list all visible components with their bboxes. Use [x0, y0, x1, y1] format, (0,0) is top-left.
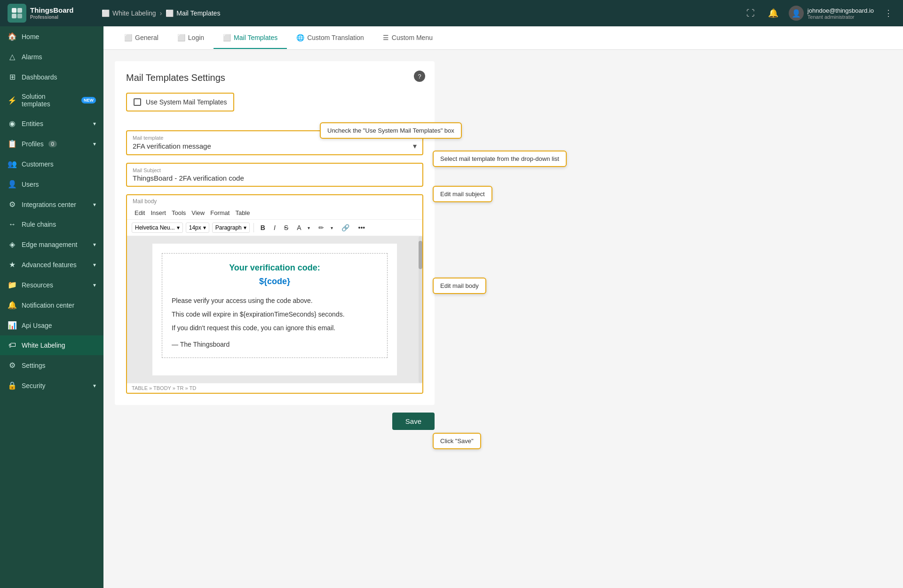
avatar: 👤 [789, 6, 804, 21]
mail-subject-field[interactable]: Mail Subject [126, 163, 423, 187]
notification-center-icon: 🔔 [8, 301, 17, 310]
font-size-select[interactable]: 14px ▾ [186, 222, 209, 233]
settings-icon: ⚙ [8, 361, 17, 370]
italic-button[interactable]: I [271, 222, 278, 233]
integrations-chevron-icon: ▾ [93, 201, 96, 208]
sidebar-item-api-usage[interactable]: 📊 Api Usage [0, 315, 103, 335]
text-color-button[interactable]: A [294, 222, 304, 233]
text-color-group: A ▾ [294, 222, 313, 233]
more-toolbar-button[interactable]: ••• [355, 222, 368, 233]
dashboards-icon: ⊞ [8, 72, 17, 81]
sidebar-item-notification-center[interactable]: 🔔 Notification center [0, 295, 103, 315]
callout-line-4 [443, 285, 457, 286]
alarms-icon: △ [8, 52, 17, 61]
sidebar-item-white-labeling[interactable]: 🏷 White Labeling [0, 335, 103, 355]
sidebar-item-dashboards[interactable]: ⊞ Dashboards [0, 67, 103, 87]
editor-body[interactable]: Your verification code: ${code} Please v… [127, 236, 422, 383]
sidebar-item-resources[interactable]: 📁 Resources ▾ [0, 275, 103, 295]
tab-custom-menu[interactable]: ☰ Custom Menu [373, 27, 442, 49]
paragraph-select[interactable]: Paragraph ▾ [212, 222, 250, 233]
callout-3: Edit mail subject [433, 186, 492, 202]
menu-tab-icon: ☰ [383, 34, 389, 41]
svg-rect-3 [17, 14, 22, 18]
edge-management-icon: ◈ [8, 240, 17, 249]
use-system-mail-templates-checkbox[interactable]: Use System Mail Templates [126, 93, 234, 111]
new-badge: NEW [81, 97, 96, 103]
user-menu[interactable]: 👤 johndoe@thingsboard.io Tenant administ… [789, 6, 874, 21]
settings-card: Mail Templates Settings ? Use System Mai… [115, 61, 435, 405]
entities-icon: ◉ [8, 119, 17, 128]
menu-format[interactable]: Format [208, 208, 231, 217]
email-preview: Your verification code: ${code} Please v… [152, 244, 397, 375]
sidebar-item-users[interactable]: 👤 Users [0, 174, 103, 194]
menu-tools[interactable]: Tools [170, 208, 188, 217]
save-button[interactable]: Save [392, 413, 435, 430]
sidebar-item-solution-templates[interactable]: ⚡ Solution templates NEW [0, 87, 103, 113]
sidebar-item-security[interactable]: 🔒 Security ▾ [0, 375, 103, 396]
email-line2: This code will expire in ${expirationTim… [172, 310, 378, 319]
mail-template-dropdown-arrow: ▾ [413, 142, 417, 151]
menu-table[interactable]: Table [233, 208, 252, 217]
editor-statusbar: TABLE » TBODY » TR » TD [127, 383, 422, 393]
sidebar-item-entities[interactable]: ◉ Entities ▾ [0, 113, 103, 134]
advanced-features-chevron-icon: ▾ [93, 262, 96, 268]
sidebar-item-home[interactable]: 🏠 Home [0, 26, 103, 47]
menu-insert[interactable]: Insert [149, 208, 168, 217]
tab-custom-translation[interactable]: 🌐 Custom Translation [287, 27, 373, 49]
profiles-count-badge: 0 [48, 141, 57, 147]
sidebar-item-rule-chains[interactable]: ↔ Rule chains [0, 215, 103, 234]
highlight-dropdown[interactable]: ▾ [328, 224, 336, 232]
breadcrumb-separator: › [160, 9, 162, 17]
sidebar-item-alarms[interactable]: △ Alarms [0, 47, 103, 67]
notifications-button[interactable]: 🔔 [765, 5, 781, 21]
menu-view[interactable]: View [190, 208, 206, 217]
sidebar-item-advanced-features[interactable]: ★ Advanced features ▾ [0, 254, 103, 275]
mail-template-field[interactable]: Mail template 2FA verification message ▾ [126, 130, 423, 155]
sidebar-item-customers[interactable]: 👥 Customers [0, 154, 103, 174]
sidebar-item-edge-management[interactable]: ◈ Edge management ▾ [0, 234, 103, 254]
topbar: ThingsBoard Professional ⬜ White Labelin… [0, 0, 903, 26]
mail-subject-input[interactable] [133, 174, 417, 182]
security-chevron-icon: ▾ [93, 382, 96, 389]
sidebar-item-profiles[interactable]: 📋 Profiles 0 ▾ [0, 134, 103, 154]
mail-body-editor: Mail body Edit Insert Tools View Format … [126, 194, 423, 394]
strikethrough-button[interactable]: S [281, 222, 291, 233]
sidebar-item-settings[interactable]: ⚙ Settings [0, 355, 103, 375]
breadcrumb-white-labeling[interactable]: ⬜ White Labeling [102, 9, 156, 17]
integrations-icon: ⚙ [8, 200, 17, 209]
breadcrumb-mail-templates[interactable]: ⬜ Mail Templates [166, 9, 220, 17]
logo: ThingsBoard Professional [8, 4, 102, 23]
entities-chevron-icon: ▾ [93, 120, 96, 127]
breadcrumb: ⬜ White Labeling › ⬜ Mail Templates [102, 9, 744, 17]
tab-login[interactable]: ⬜ Login [168, 27, 214, 49]
more-options-button[interactable]: ⋮ [881, 5, 895, 21]
svg-rect-0 [12, 8, 16, 13]
editor-scrollbar-thumb[interactable] [419, 241, 422, 269]
link-button[interactable]: 🔗 [339, 222, 352, 233]
help-icon[interactable]: ? [414, 71, 425, 82]
tab-mail-templates[interactable]: ⬜ Mail Templates [214, 27, 287, 49]
bold-button[interactable]: B [258, 222, 268, 233]
mail-body-label: Mail body [127, 195, 422, 207]
callout-3-group: 3 Edit mail subject [433, 189, 457, 199]
checkbox-box [134, 98, 141, 106]
resources-chevron-icon: ▾ [93, 282, 96, 288]
email-inner-border: Your verification code: ${code} Please v… [162, 253, 388, 358]
resources-icon: 📁 [8, 280, 17, 289]
main-content: ⬜ General ⬜ Login ⬜ Mail Templates 🌐 Cus… [103, 26, 903, 588]
mail-templates-tab-icon: ⬜ [223, 34, 231, 41]
logo-icon [8, 4, 26, 23]
home-icon: 🏠 [8, 32, 17, 41]
highlight-button[interactable]: ✏ [316, 222, 327, 233]
tab-general[interactable]: ⬜ General [115, 27, 168, 49]
text-color-dropdown[interactable]: ▾ [305, 224, 313, 232]
customers-icon: 👥 [8, 159, 17, 168]
font-family-select[interactable]: Helvetica Neu... ▾ [132, 222, 183, 233]
callout-4: Edit mail body [433, 278, 486, 294]
sidebar-item-integrations[interactable]: ⚙ Integrations center ▾ [0, 194, 103, 215]
fullscreen-button[interactable]: ⛶ [744, 6, 758, 21]
menu-edit[interactable]: Edit [133, 208, 147, 217]
settings-title: Mail Templates Settings [126, 72, 423, 83]
sidebar: 🏠 Home △ Alarms ⊞ Dashboards ⚡ Solution … [0, 26, 103, 588]
security-icon: 🔒 [8, 381, 17, 390]
